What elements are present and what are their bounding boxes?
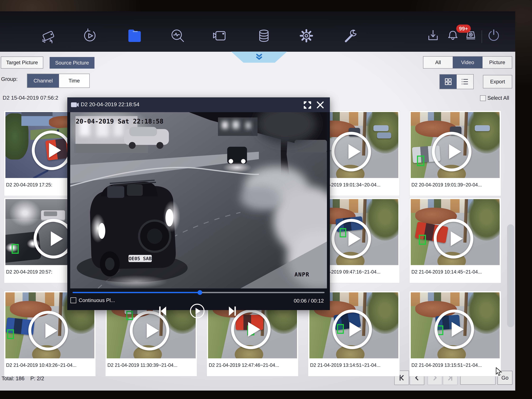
anpr-watermark: ANPR xyxy=(294,271,309,278)
previous-file-button[interactable] xyxy=(158,306,167,317)
play-button-overlay[interactable] xyxy=(331,219,371,259)
continuous-play-checkbox[interactable] xyxy=(70,298,76,303)
play-button-overlay[interactable] xyxy=(130,311,169,350)
toolbar-divider xyxy=(481,30,482,43)
license-plate: OE05 SAB xyxy=(129,256,152,261)
anpr-detection-box xyxy=(419,235,426,245)
group-header: D2 15-04-2019 07:56:2 xyxy=(3,95,58,101)
next-file-button[interactable] xyxy=(228,306,237,317)
seek-bar-fill xyxy=(73,292,200,293)
thumbnail-label: D2 20-04-2019 19:01:39~20-04... xyxy=(412,182,499,188)
seek-bar-thumb[interactable] xyxy=(197,290,202,295)
list-view-icon[interactable] xyxy=(457,75,473,89)
play-button-overlay[interactable] xyxy=(332,310,372,349)
ir-night-scene: OE05 SAB 20-04-2019 Sat 22:18:58 ANPR xyxy=(70,112,327,288)
playback-modal: D2 20-04-2019 22:18:54 xyxy=(67,97,330,310)
play-button-overlay[interactable] xyxy=(28,311,68,350)
notification-badge: 99+ xyxy=(456,25,471,33)
group-by-channel[interactable]: Channel xyxy=(27,74,59,88)
filter-video[interactable]: Video xyxy=(453,57,482,68)
thumbnail-label: D2 21-04-2019 10:14:45~21-04... xyxy=(412,269,499,275)
filter-all[interactable]: All xyxy=(423,57,453,68)
thumbnail-image xyxy=(411,199,500,265)
nvr-screen: 99+ Target Picture Source Picture All Vi… xyxy=(0,11,515,391)
thumbnail-label: D2 21-04-2019 10:43:26~21-04... xyxy=(6,362,93,368)
select-all-checkbox[interactable] xyxy=(480,95,486,101)
mouse-cursor xyxy=(495,367,502,377)
thumbnail-label: D2 21-04-2019 11:30:39~21-04... xyxy=(108,362,195,368)
settings-gear-icon[interactable] xyxy=(298,28,314,44)
filter-picture[interactable]: Picture xyxy=(482,57,512,68)
continuous-play-label: Continuous Pl... xyxy=(79,298,115,303)
anpr-detection-box xyxy=(126,311,133,320)
play-pause-button[interactable] xyxy=(190,304,204,318)
double-chevron-down-icon xyxy=(255,53,263,61)
tab-target-picture[interactable]: Target Picture xyxy=(1,57,43,69)
result-card[interactable]: D2 21-04-2019 13:15:51~21-04... xyxy=(409,291,501,376)
storage-icon[interactable] xyxy=(256,28,272,44)
main-toolbar: 99+ xyxy=(0,11,515,52)
fullscreen-icon[interactable] xyxy=(303,101,312,109)
group-by-segmented-control: Channel Time xyxy=(27,74,90,88)
group-by-time[interactable]: Time xyxy=(59,74,89,88)
tab-target-picture-label: Target Picture xyxy=(6,60,38,65)
power-icon[interactable] xyxy=(486,28,502,44)
thumbnail-label: D2 21-04-2019 13:15:51~21-04... xyxy=(412,362,499,368)
select-all-label: Select All xyxy=(488,95,509,101)
modal-title-bar: D2 20-04-2019 22:18:54 xyxy=(67,97,330,112)
thumbnail-image xyxy=(411,292,500,358)
export-button-label: Export xyxy=(490,79,505,85)
video-manage-icon[interactable] xyxy=(212,28,228,44)
tab-source-picture-label: Source Picture xyxy=(55,60,89,66)
play-button-overlay[interactable] xyxy=(435,310,474,349)
video-frame[interactable]: OE05 SAB 20-04-2019 Sat 22:18:58 ANPR xyxy=(70,112,327,288)
maintenance-wrench-icon[interactable] xyxy=(342,28,358,44)
file-management-icon-active[interactable] xyxy=(127,28,142,44)
play-button-overlay[interactable] xyxy=(432,132,471,171)
camera-glyph-icon xyxy=(71,102,79,108)
play-button-overlay[interactable] xyxy=(331,132,371,171)
vertical-scrollbar[interactable] xyxy=(507,224,514,327)
thumbnail-image xyxy=(411,112,500,178)
cctv-camera-icon[interactable] xyxy=(41,28,57,44)
smart-search-icon[interactable] xyxy=(170,28,185,44)
group-label: Group: xyxy=(1,76,18,82)
export-button[interactable]: Export xyxy=(483,75,512,89)
close-icon[interactable] xyxy=(316,101,325,109)
download-icon[interactable] xyxy=(425,28,441,44)
anpr-detection-box xyxy=(7,329,14,339)
collapse-panel-handle[interactable] xyxy=(231,52,287,63)
play-button-overlay[interactable] xyxy=(32,131,71,170)
playback-time: 00:06 / 00:12 xyxy=(294,298,324,304)
modal-title: D2 20-04-2019 22:18:54 xyxy=(81,101,139,108)
result-card[interactable]: D2 20-04-2019 19:01:39~20-04... xyxy=(409,111,501,196)
seek-bar[interactable] xyxy=(73,292,325,293)
tab-source-picture[interactable]: Source Picture xyxy=(50,57,95,69)
thumbnail-label: D2 21-04-2019 13:14:51~21-04... xyxy=(310,362,397,368)
play-button-overlay[interactable] xyxy=(434,219,473,259)
video-osd-timestamp: 20-04-2019 Sat 22:18:58 xyxy=(76,118,164,125)
media-type-segmented-control: All Video Picture xyxy=(423,56,512,69)
view-mode-toggle xyxy=(439,74,474,89)
grid-view-icon[interactable] xyxy=(440,75,457,89)
anpr-detection-box xyxy=(12,244,19,254)
thumbnail-label: D2 21-04-2019 12:47:46~21-04... xyxy=(209,362,296,368)
result-card[interactable]: D2 21-04-2019 10:14:45~21-04... xyxy=(409,198,501,283)
playback-icon[interactable] xyxy=(82,28,98,44)
anpr-detection-box xyxy=(417,156,424,166)
go-button-label: Go xyxy=(501,375,508,381)
